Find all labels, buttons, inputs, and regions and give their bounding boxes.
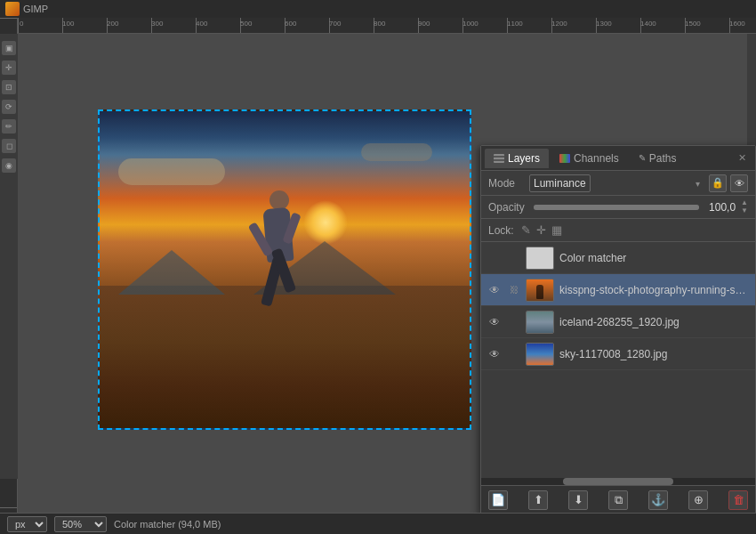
layer-item-sky[interactable]: 👁 sky-1117008_1280.jpg: [481, 338, 755, 370]
layer-name-iceland: iceland-268255_1920.jpg: [559, 316, 750, 328]
mode-select[interactable]: Luminance Normal Dissolve Multiply Scree…: [529, 174, 591, 192]
lock-label: Lock:: [488, 224, 514, 237]
app-header: GIMP: [0, 0, 756, 18]
raise-layer-button[interactable]: ⬆: [528, 490, 548, 510]
lock-row: Lock: ✎ ✛ ▦: [481, 219, 755, 242]
layer-thumb-iceland: [526, 311, 554, 334]
layer-thumb-sky: [526, 343, 554, 366]
layer-link-runner[interactable]: ⛓: [508, 282, 520, 298]
layer-item-color-matcher[interactable]: Color matcher: [481, 242, 755, 274]
panel-scrollbar[interactable]: [481, 478, 755, 485]
lock-alpha-icon[interactable]: ✛: [536, 223, 546, 237]
layer-link-color-matcher[interactable]: [508, 250, 520, 266]
mountain1: [118, 250, 225, 295]
tool-crop[interactable]: ⊡: [2, 80, 16, 94]
tool-paint[interactable]: ✏: [2, 119, 16, 134]
layer-name-color-matcher: Color matcher: [559, 252, 750, 264]
opacity-row: Opacity 100,0 ▲ ▼: [481, 196, 755, 219]
status-text: Color matcher (94,0 MB): [114, 519, 221, 530]
cloud2: [361, 143, 432, 161]
layer-thumb-color-matcher: [526, 247, 554, 270]
paths-icon: ✎: [639, 153, 646, 163]
thumb-iceland-bg: [527, 312, 553, 333]
mode-row: Mode Luminance Normal Dissolve Multiply …: [481, 171, 755, 196]
panel-close-button[interactable]: ✕: [733, 150, 752, 166]
cloud1: [118, 158, 225, 185]
tool-selection[interactable]: ▣: [2, 41, 16, 55]
layers-list: Color matcher 👁 ⛓ kisspng-stock-photogra…: [481, 242, 755, 478]
runner-figure: [247, 190, 318, 333]
lock-icons: ✎ ✛ ▦: [521, 223, 562, 237]
tab-channels[interactable]: Channels: [551, 149, 628, 168]
layer-name-runner: kisspng-stock-photography-running-sport-…: [559, 284, 750, 296]
layers-panel: Layers Channels ✎ Paths ✕ Mode Luminance…: [480, 145, 756, 514]
tool-move[interactable]: ✛: [2, 61, 16, 75]
tab-paths-label: Paths: [649, 152, 677, 165]
canvas-image: [98, 109, 471, 430]
layer-item-runner[interactable]: 👁 ⛓ kisspng-stock-photography-running-sp…: [481, 274, 755, 306]
tool-erase[interactable]: ◻: [2, 139, 16, 153]
opacity-value: 100,0: [704, 201, 736, 214]
lock-all-icon[interactable]: ▦: [551, 223, 562, 237]
duplicate-layer-button[interactable]: ⧉: [608, 490, 628, 510]
zoom-dropdown[interactable]: 50% 25% 100% 200%: [54, 516, 107, 532]
tab-channels-label: Channels: [574, 152, 619, 165]
opacity-label: Opacity: [488, 201, 528, 214]
unit-selector[interactable]: px cm in: [7, 516, 47, 532]
panel-scrollbar-thumb[interactable]: [563, 478, 672, 485]
lower-layer-button[interactable]: ⬇: [568, 490, 588, 510]
ruler-horizontal: 0 100 200 300 400 500 600 700 800 900 10…: [18, 18, 756, 34]
layer-link-iceland[interactable]: [508, 314, 520, 330]
app-icon: [5, 2, 20, 16]
merge-down-button[interactable]: ⊕: [688, 490, 708, 510]
zoom-selector[interactable]: 50% 25% 100% 200%: [54, 516, 107, 532]
opacity-up-arrow[interactable]: ▲: [741, 199, 748, 206]
layer-link-sky[interactable]: [508, 346, 520, 362]
tab-layers-label: Layers: [508, 152, 540, 165]
mode-select-wrapper: Luminance Normal Dissolve Multiply Scree…: [529, 174, 704, 192]
layer-visibility-sky[interactable]: 👁: [487, 346, 503, 362]
thumb-sky-bg: [527, 344, 553, 365]
delete-layer-button[interactable]: 🗑: [728, 490, 748, 510]
statusbar: px cm in 50% 25% 100% 200% Color matcher…: [0, 513, 756, 534]
opacity-fill: [534, 205, 699, 210]
anchor-layer-button[interactable]: ⚓: [648, 490, 668, 510]
layer-visibility-iceland[interactable]: 👁: [487, 314, 503, 330]
new-layer-button[interactable]: 📄: [488, 490, 508, 510]
tab-paths[interactable]: ✎ Paths: [630, 149, 686, 168]
tool-fill[interactable]: ◉: [2, 158, 16, 173]
opacity-slider[interactable]: [534, 205, 699, 210]
panel-tabs: Layers Channels ✎ Paths ✕: [481, 146, 755, 171]
layer-item-iceland[interactable]: 👁 iceland-268255_1920.jpg: [481, 306, 755, 338]
layer-visibility-runner[interactable]: 👁: [487, 282, 503, 298]
mode-label: Mode: [488, 177, 524, 190]
layer-eye-button[interactable]: 👁: [730, 174, 748, 192]
opacity-arrows: ▲ ▼: [741, 199, 748, 214]
opacity-down-arrow[interactable]: ▼: [741, 207, 748, 214]
layer-lock-button[interactable]: 🔒: [709, 174, 727, 192]
app-title: GIMP: [23, 4, 48, 14]
layer-visibility-color-matcher[interactable]: [487, 250, 503, 266]
mode-icons: 🔒 👁: [709, 174, 748, 192]
tool-sidebar: ▣ ✛ ⊡ ⟳ ✏ ◻ ◉: [0, 34, 18, 479]
layer-thumb-runner: [526, 279, 554, 302]
thumb-runner-bg: [527, 279, 553, 301]
lock-position-icon[interactable]: ✎: [521, 223, 531, 237]
channels-icon: [559, 154, 570, 163]
layers-icon: [494, 154, 504, 163]
unit-dropdown[interactable]: px cm in: [7, 516, 47, 532]
tab-layers[interactable]: Layers: [485, 149, 549, 168]
thumb-runner-figure: [536, 285, 543, 299]
layer-name-sky: sky-1117008_1280.jpg: [559, 348, 750, 360]
tool-transform[interactable]: ⟳: [2, 100, 16, 114]
panel-toolbar: 📄 ⬆ ⬇ ⧉ ⚓ ⊕ 🗑: [481, 485, 755, 514]
